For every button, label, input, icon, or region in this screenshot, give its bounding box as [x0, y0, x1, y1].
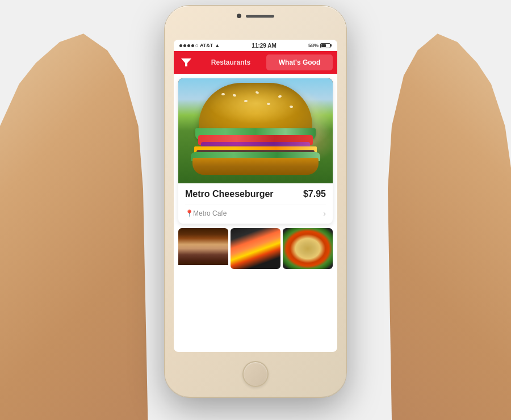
location-pin-icon: 📍 — [185, 209, 191, 217]
restaurant-name-label: Metro Cafe — [193, 209, 227, 217]
chevron-right-icon: › — [323, 209, 326, 218]
food-card-image — [178, 78, 333, 183]
food-card-sub-row[interactable]: 📍 Metro Cafe › — [185, 204, 326, 218]
status-right: 58% — [308, 43, 332, 48]
svg-marker-0 — [181, 58, 191, 66]
wifi-icon: ▲ — [215, 43, 220, 48]
signal-dot-1 — [179, 44, 182, 47]
filter-button[interactable] — [178, 54, 194, 70]
tab-whats-good[interactable]: What's Good — [266, 54, 333, 70]
nav-tabs: Restaurants What's Good — [198, 54, 333, 70]
signal-dot-2 — [183, 44, 186, 47]
restaurant-row: 📍 Metro Cafe — [185, 209, 227, 217]
phone-screen: AT&T ▲ 11:29 AM 58% — [174, 40, 337, 352]
phone-device: AT&T ▲ 11:29 AM 58% — [165, 6, 346, 397]
battery-body — [320, 43, 330, 48]
clock-display: 11:29 AM — [252, 43, 277, 49]
scene: AT&T ▲ 11:29 AM 58% — [0, 0, 511, 420]
filter-icon — [181, 58, 191, 66]
carrier-label: AT&T — [200, 43, 213, 48]
burger-bun-top — [199, 83, 312, 134]
battery-tip — [330, 44, 332, 47]
tab-restaurants[interactable]: Restaurants — [198, 54, 264, 70]
food-card-main-row: Metro Cheeseburger $7.95 — [185, 189, 326, 199]
front-camera — [237, 14, 241, 18]
food-card[interactable]: Metro Cheeseburger $7.95 📍 Metro Cafe › — [178, 78, 333, 224]
battery-percent-label: 58% — [308, 43, 319, 48]
burger-bun-bottom — [192, 158, 319, 175]
status-left: AT&T ▲ — [179, 43, 220, 48]
sesame-seed — [233, 94, 237, 96]
sesame-seed — [244, 100, 248, 103]
signal-dot-4 — [191, 44, 194, 47]
sesame-seed — [290, 106, 294, 108]
sesame-seed — [255, 91, 259, 94]
sesame-seed — [267, 103, 270, 106]
phone-body: AT&T ▲ 11:29 AM 58% — [165, 6, 346, 397]
battery-fill — [321, 44, 326, 47]
phone-top-details — [221, 14, 290, 18]
battery-icon — [320, 43, 332, 48]
food-price-label: $7.95 — [303, 189, 326, 199]
thumbnail-sushi[interactable] — [231, 228, 280, 269]
food-name-label: Metro Cheeseburger — [185, 189, 274, 199]
signal-bars — [179, 44, 198, 47]
thumbnail-pizza[interactable] — [283, 228, 333, 269]
thumbnail-cake[interactable] — [178, 228, 228, 269]
thumbnail-row — [174, 228, 337, 274]
signal-dot-5 — [195, 44, 198, 47]
home-button[interactable] — [242, 361, 269, 387]
status-bar: AT&T ▲ 11:29 AM 58% — [174, 40, 337, 51]
sesame-seed — [278, 95, 282, 98]
earpiece-speaker — [246, 15, 274, 18]
app-header: Restaurants What's Good — [174, 51, 337, 74]
food-card-info: Metro Cheeseburger $7.95 📍 Metro Cafe › — [178, 183, 333, 224]
signal-dot-3 — [187, 44, 190, 47]
sesame-seed — [221, 93, 225, 96]
